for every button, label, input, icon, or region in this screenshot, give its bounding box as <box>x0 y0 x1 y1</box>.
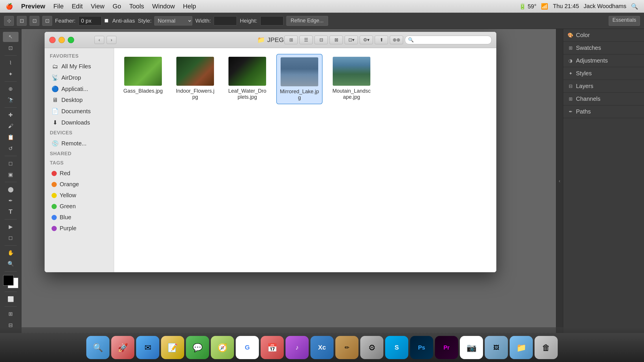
paths-panel-header[interactable]: ✒ Paths <box>563 105 644 118</box>
sidebar-tag-yellow[interactable]: Yellow <box>46 190 112 201</box>
foreground-color-swatch[interactable] <box>3 275 14 286</box>
file-item-leaf[interactable]: Leaf_Water_Droplets.jpg <box>224 54 270 104</box>
dock-skype[interactable]: S <box>385 336 408 359</box>
dock-premiere[interactable]: Pr <box>435 336 458 359</box>
menu-file[interactable]: File <box>53 3 63 10</box>
file-item-mountain[interactable]: Moutain_Landscape.jpg <box>328 54 375 103</box>
magic-wand-tool[interactable]: ✦ <box>3 69 19 79</box>
style-select[interactable]: Normal Fixed Ratio Fixed Size <box>154 16 192 25</box>
stamp-tool[interactable]: 📋 <box>3 132 19 142</box>
menu-help[interactable]: Help <box>183 3 196 10</box>
dock-folder[interactable]: 📁 <box>510 336 533 359</box>
search-input[interactable] <box>416 37 489 43</box>
nav-back-btn[interactable]: ‹ <box>94 36 104 44</box>
sidebar-item-applications[interactable]: 🔵 Applicati... <box>46 83 112 94</box>
layers-panel-header[interactable]: ⊟ Layers <box>563 80 644 92</box>
lasso-tool[interactable]: ⌇ <box>3 58 19 68</box>
antialias-checkbox[interactable] <box>105 19 108 23</box>
search-box[interactable]: 🔍 <box>405 36 492 44</box>
pen-tool[interactable]: ✒ <box>3 196 19 206</box>
dock-launchpad[interactable]: 🚀 <box>111 336 134 359</box>
dock-chrome[interactable]: G <box>236 336 259 359</box>
brush-tool[interactable]: 🖌 <box>3 121 19 131</box>
color-swatches[interactable] <box>3 275 18 288</box>
zoom-tool[interactable]: 🔍 <box>3 259 19 269</box>
dock-trash[interactable]: 🗑 <box>535 336 558 359</box>
history-brush-tool[interactable]: ↺ <box>3 144 19 154</box>
sidebar-tag-red[interactable]: Red <box>46 168 112 179</box>
window-minimize-btn[interactable] <box>58 37 65 43</box>
sidebar-tag-purple[interactable]: Purple <box>46 223 112 234</box>
view-share-btn[interactable]: ⬆ <box>375 36 388 44</box>
screen-mode-btn[interactable]: ⊞ <box>3 309 19 319</box>
dock-itunes[interactable]: ♪ <box>286 336 309 359</box>
panel-collapse-btn[interactable]: ‹ <box>556 29 563 333</box>
dock-xcode[interactable]: Xc <box>310 336 334 359</box>
eyedropper-tool[interactable]: 🔭 <box>3 95 19 105</box>
dock-safari[interactable]: 🧭 <box>211 336 234 359</box>
menu-window[interactable]: Window <box>152 3 175 10</box>
color-panel-header[interactable]: 🎨 Color <box>563 29 644 41</box>
view-list-btn[interactable]: ☰ <box>299 36 313 44</box>
sidebar-item-downloads[interactable]: ⬇ Downloads <box>46 117 112 128</box>
dock-ps[interactable]: Ps <box>410 336 433 359</box>
move-tool[interactable]: ↖ <box>3 32 19 42</box>
selection-mode-btn[interactable]: ⊡ <box>17 16 27 26</box>
selection-tool-btn[interactable]: ⊹ <box>4 16 14 26</box>
sidebar-item-remote[interactable]: 💿 Remote... <box>46 138 112 149</box>
marquee-tool[interactable]: ⊡ <box>3 43 19 53</box>
view-icon-btn[interactable]: ⊞ <box>284 36 298 44</box>
window-close-btn[interactable] <box>49 37 56 43</box>
width-input[interactable] <box>214 16 237 25</box>
selection-subtract-btn[interactable]: ⊡ <box>42 16 52 26</box>
feather-input[interactable] <box>78 16 102 25</box>
dock-messages[interactable]: 💬 <box>186 336 209 359</box>
path-selection-tool[interactable]: ▶ <box>3 222 19 232</box>
dock-calendar[interactable]: 📅 <box>261 336 284 359</box>
adjustments-panel-header[interactable]: ◑ Adjustments <box>563 54 644 67</box>
shape-tool[interactable]: ◻ <box>3 233 19 243</box>
sidebar-item-documents[interactable]: 📄 Documents <box>46 106 112 117</box>
search-icon-menubar[interactable]: 🔍 <box>631 3 638 10</box>
dodge-tool[interactable]: ⬤ <box>3 184 19 195</box>
crop-tool[interactable]: ⊕ <box>3 84 19 94</box>
dock-finder[interactable]: 🔍 <box>86 336 109 359</box>
quick-mask-tool[interactable]: ⬜ <box>3 294 19 304</box>
sidebar-tag-orange[interactable]: Orange <box>46 179 112 190</box>
sidebar-item-all-my-files[interactable]: 🗂 All My Files <box>46 61 112 72</box>
view-group-btn[interactable]: ⊡▾ <box>345 36 358 44</box>
view-coverflow-btn[interactable]: ⊠ <box>330 36 343 44</box>
refine-edge-btn[interactable]: Refine Edge... <box>286 16 328 26</box>
dock-notes[interactable]: 📝 <box>161 336 184 359</box>
essentials-btn[interactable]: Essentials <box>609 16 640 26</box>
sidebar-tag-blue[interactable]: Blue <box>46 212 112 223</box>
swatches-panel-header[interactable]: ⊞ Swatches <box>563 42 644 54</box>
hand-tool[interactable]: ✋ <box>3 248 19 258</box>
text-tool[interactable]: T <box>3 207 19 217</box>
sidebar-item-desktop[interactable]: 🖥 Desktop <box>46 95 112 105</box>
menu-view[interactable]: View <box>91 3 105 10</box>
dock-mail[interactable]: ✉ <box>136 336 159 359</box>
dock-system-prefs[interactable]: ⚙ <box>360 336 383 359</box>
view-tags-btn[interactable]: ⊕⊕ <box>390 36 403 44</box>
selection-add-btn[interactable]: ⊡ <box>30 16 39 26</box>
styles-panel-header[interactable]: ✦ Styles <box>563 67 644 80</box>
apple-menu[interactable]: 🍎 <box>6 3 13 10</box>
file-item-grass[interactable]: Gass_Blades.jpg <box>120 54 166 104</box>
menu-edit[interactable]: Edit <box>72 3 83 10</box>
menu-go[interactable]: Go <box>113 3 121 10</box>
menu-tools[interactable]: Tools <box>129 3 144 10</box>
height-input[interactable] <box>260 16 283 25</box>
channels-panel-header[interactable]: ⊞ Channels <box>563 93 644 105</box>
view-action-btn[interactable]: ⚙▾ <box>360 36 373 44</box>
window-maximize-btn[interactable] <box>68 37 74 43</box>
file-item-flowers[interactable]: Indoor_Flowers.jpg <box>172 54 218 104</box>
dock-sketchbook[interactable]: ✏ <box>335 336 358 359</box>
app-menu-preview[interactable]: Preview <box>21 3 45 10</box>
heal-tool[interactable]: ✚ <box>3 110 19 120</box>
nav-forward-btn[interactable]: › <box>107 36 116 44</box>
sidebar-item-airdrop[interactable]: 📡 AirDrop <box>46 72 112 83</box>
eraser-tool[interactable]: ◻ <box>3 158 19 169</box>
file-item-lake[interactable]: Mirrored_Lake.jpg <box>276 54 323 104</box>
dock-photos[interactable]: 📷 <box>460 336 483 359</box>
